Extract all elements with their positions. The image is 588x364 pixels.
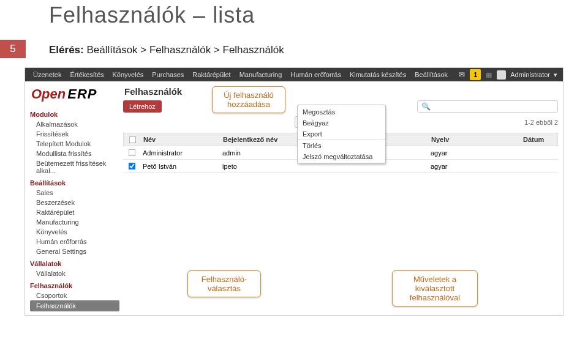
- checkbox[interactable]: [129, 136, 136, 143]
- slide-number: 5: [0, 40, 26, 58]
- menu-item[interactable]: Manufacturing: [235, 68, 287, 81]
- sidebar-head-modulok[interactable]: Modulok: [30, 111, 119, 118]
- row-checkbox[interactable]: [128, 163, 135, 170]
- sidebar-item[interactable]: Modullista frissítés: [30, 149, 119, 158]
- cell-login: ipeto: [220, 163, 306, 170]
- col-login[interactable]: Bejelentkező név: [221, 136, 306, 143]
- menu-item[interactable]: Könyvelés: [108, 68, 148, 81]
- sidebar-item[interactable]: Telepített Modulok: [30, 139, 119, 149]
- sidebar-item[interactable]: Sales: [30, 188, 119, 198]
- menu-item[interactable]: Üzenetek: [29, 68, 66, 81]
- cell-name: Pető István: [140, 163, 220, 170]
- row-checkbox[interactable]: [128, 149, 135, 157]
- sidebar-item[interactable]: Könyvelés: [30, 227, 119, 237]
- sidebar-head-beallitasok[interactable]: Beállítások: [30, 179, 119, 187]
- menu-item[interactable]: Humán erőforrás: [286, 68, 345, 81]
- chevron-down-icon[interactable]: ▾: [554, 71, 557, 79]
- sidebar-item[interactable]: Frissítések: [30, 129, 119, 139]
- actions-dropdown: Megosztás Beágyaz Export Törlés Jelszó m…: [297, 105, 386, 164]
- breadcrumb-path: Beállítások > Felhasználók > Felhasználó…: [86, 44, 284, 56]
- dropdown-item-delete[interactable]: Törlés: [298, 139, 385, 151]
- sidebar-item[interactable]: Humán erőforrás: [30, 237, 119, 247]
- top-menubar: Üzenetek Értékesítés Könyvelés Purchases…: [25, 68, 563, 81]
- sidebar-item[interactable]: Alkalmazások: [30, 119, 119, 129]
- dropdown-item-share[interactable]: Megosztás: [298, 106, 385, 117]
- sidebar-item[interactable]: Vállalatok: [30, 269, 119, 278]
- logo: Open ERP: [30, 85, 119, 107]
- col-name[interactable]: Név: [141, 136, 221, 143]
- sidebar-head-felhasznalok[interactable]: Felhasználók: [30, 282, 119, 289]
- dropdown-item-embed[interactable]: Beágyaz: [298, 117, 385, 128]
- breadcrumb-label: Elérés:: [49, 44, 84, 56]
- col-lang[interactable]: Nyelv: [429, 136, 521, 143]
- sidebar-item[interactable]: Raktárépület: [30, 207, 119, 217]
- menu-item[interactable]: Értékesítés: [66, 68, 108, 81]
- app-window: Üzenetek Értékesítés Könyvelés Purchases…: [24, 67, 564, 316]
- content-area: Felhasználók Létrehoz 🔍 Egyebek ▾ 1-2 eb…: [119, 81, 563, 178]
- avatar[interactable]: [497, 70, 506, 80]
- dropdown-item-change-password[interactable]: Jelszó megváltoztatása: [298, 151, 385, 162]
- search-input[interactable]: 🔍: [417, 100, 558, 113]
- logo-erp: ERP: [67, 86, 97, 102]
- breadcrumb: Elérés: Beállítások > Felhasználók > Fel…: [0, 35, 588, 67]
- apps-icon[interactable]: ▦: [483, 69, 494, 80]
- callout-add-user: Új felhasználó hozzáadása: [212, 86, 285, 113]
- menu-item[interactable]: Kimutatás készítés: [345, 68, 410, 81]
- callout-actions: Műveletek a kiválasztott felhasználóval: [392, 270, 478, 306]
- cell-name: Administrator: [140, 149, 220, 157]
- pager: 1-2 ebből 2: [524, 119, 558, 126]
- page-title: Felhasználók: [124, 86, 558, 97]
- sidebar-item-felhasznalok[interactable]: Felhasználók: [30, 300, 119, 311]
- cell-lang: agyar: [428, 163, 520, 170]
- sidebar-item-csoportok[interactable]: Csoportok: [30, 291, 119, 300]
- sidebar-head-vallalatok[interactable]: Vállalatok: [30, 260, 119, 267]
- sidebar-item[interactable]: Manufacturing: [30, 217, 119, 227]
- sidebar: Open ERP Modulok Alkalmazások Frissítése…: [25, 81, 119, 315]
- user-menu[interactable]: Administrator: [510, 71, 550, 78]
- cell-lang: agyar: [428, 149, 520, 157]
- logo-open: Open: [31, 86, 66, 102]
- col-check[interactable]: [124, 136, 141, 144]
- create-button[interactable]: Létrehoz: [123, 100, 162, 113]
- dropdown-item-export[interactable]: Export: [298, 128, 385, 139]
- search-icon: 🔍: [421, 102, 431, 111]
- menu-item[interactable]: Raktárépület: [188, 68, 235, 81]
- sidebar-item[interactable]: Beütemezett frissítések alkal...: [30, 158, 119, 176]
- sidebar-item[interactable]: General Settings: [30, 247, 119, 256]
- col-date[interactable]: Dátum: [521, 136, 557, 143]
- menu-item[interactable]: Purchases: [148, 68, 188, 81]
- callout-select-user: Felhasználó-választás: [187, 270, 261, 297]
- cell-login: admin: [220, 149, 306, 157]
- menu-item[interactable]: Beállítások: [410, 68, 452, 81]
- alert-icon[interactable]: 1: [470, 69, 481, 80]
- slide-title: Felhasználók – lista: [0, 0, 588, 35]
- sidebar-item[interactable]: Beszerzések: [30, 198, 119, 207]
- mail-icon[interactable]: ✉: [456, 69, 467, 80]
